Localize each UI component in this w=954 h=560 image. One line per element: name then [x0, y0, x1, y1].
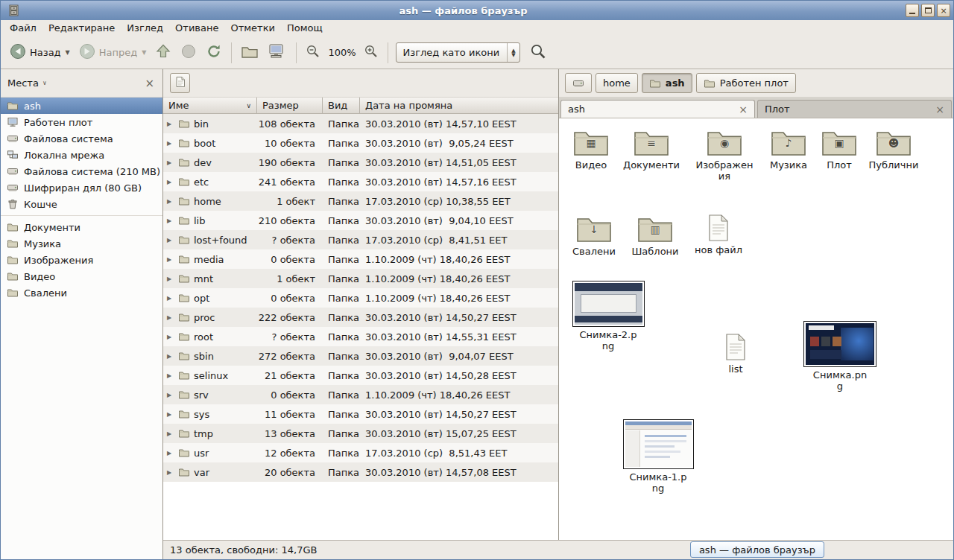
column-header-type[interactable]: Вид	[323, 98, 360, 114]
reload-button[interactable]	[201, 39, 227, 66]
expander-icon[interactable]: ▶	[167, 121, 174, 127]
back-button[interactable]: Назад ▼	[5, 39, 75, 66]
pathbar-button-2[interactable]: ash	[642, 73, 692, 93]
table-row[interactable]: ▶bin108 обектаПапка30.03.2010 (вт) 14,57…	[163, 114, 558, 133]
expander-icon[interactable]: ▶	[167, 314, 174, 321]
table-row[interactable]: ▶media0 обектаПапка1.10.2009 (чт) 18,40,…	[163, 249, 558, 269]
table-row[interactable]: ▶root? обектаПапка30.03.2010 (вт) 14,55,…	[163, 327, 558, 346]
table-row[interactable]: ▶mnt1 обектПапка1.10.2009 (чт) 18,40,26 …	[163, 269, 558, 288]
menubar-item-0[interactable]: Файл	[4, 20, 42, 36]
sidebar-item-3[interactable]: Локална мрежа	[1, 147, 162, 163]
menubar-item-4[interactable]: Отметки	[224, 20, 280, 36]
file-item-newfile[interactable]: нов файл	[686, 214, 751, 255]
table-row[interactable]: ▶sbin272 обектаПапка30.03.2010 (вт) 9,04…	[163, 346, 558, 366]
file-item-documents[interactable]: ≡Документи	[619, 127, 683, 171]
row-name: etc	[194, 176, 209, 188]
expander-icon[interactable]: ▶	[167, 450, 174, 456]
expander-icon[interactable]: ▶	[167, 159, 174, 166]
table-row[interactable]: ▶sys11 обектаПапка30.03.2010 (вт) 14,50,…	[163, 404, 558, 424]
menubar-item-5[interactable]: Помощ	[281, 20, 329, 36]
file-item-pictures[interactable]: ◉Изображения	[692, 127, 756, 182]
expander-icon[interactable]: ▶	[167, 430, 174, 437]
expander-icon[interactable]: ▶	[167, 295, 174, 302]
file-item-templates[interactable]: ▥Шаблони	[623, 214, 687, 257]
tab-0[interactable]: ash×	[560, 100, 755, 118]
cell-name: ▶sbin	[163, 350, 257, 362]
forward-button[interactable]: Напред ▼	[75, 39, 151, 66]
file-item-snimka1[interactable]: Снимка-1.png	[619, 419, 697, 494]
pathbar-button-1[interactable]: home	[596, 73, 638, 93]
up-button[interactable]	[151, 39, 176, 66]
home-button[interactable]	[236, 40, 263, 65]
sidebar-item-11[interactable]: Видео	[1, 268, 162, 284]
column-header-date[interactable]: Дата на промяна	[360, 98, 558, 114]
file-item-snimka[interactable]: Снимка.png	[801, 321, 879, 392]
expander-icon[interactable]: ▶	[167, 237, 174, 244]
sidebar-item-12[interactable]: Свалени	[1, 284, 162, 301]
expander-icon[interactable]: ▶	[167, 372, 174, 379]
file-item-downloads[interactable]: ↓Свалени	[562, 214, 626, 257]
menubar-item-2[interactable]: Изглед	[121, 20, 169, 36]
menubar-item-3[interactable]: Отиване	[169, 20, 224, 36]
sidebar-item-6[interactable]: Кошче	[1, 196, 162, 212]
sidebar-item-10[interactable]: Изображения	[1, 252, 162, 268]
expander-icon[interactable]: ▶	[167, 392, 174, 398]
table-row[interactable]: ▶lost+found? обектаПапка17.03.2010 (ср) …	[163, 230, 558, 249]
pathbar-button-3[interactable]: Работен плот	[696, 73, 796, 93]
computer-button[interactable]	[263, 39, 291, 66]
close-button[interactable]: ×	[937, 4, 950, 17]
table-row[interactable]: ▶boot10 обектаПапка30.03.2010 (вт) 9,05,…	[163, 133, 558, 153]
table-row[interactable]: ▶opt0 обектаПапка1.10.2009 (чт) 18,40,26…	[163, 288, 558, 308]
column-header-size[interactable]: Размер	[257, 98, 323, 114]
expander-icon[interactable]: ▶	[167, 353, 174, 360]
table-row[interactable]: ▶proc222 обектаПапка30.03.2010 (вт) 14,5…	[163, 308, 558, 327]
maximize-button[interactable]	[921, 4, 935, 17]
file-item-video[interactable]: ▦Видео	[559, 127, 623, 171]
file-item-public[interactable]: ☻Публични	[862, 127, 926, 171]
sidebar-item-8[interactable]: Документи	[1, 219, 162, 235]
sidebar-item-0[interactable]: ash	[1, 98, 162, 114]
table-row[interactable]: ▶srv0 обектаПапка1.10.2009 (чт) 18,40,26…	[163, 385, 558, 404]
sidebar-item-5[interactable]: Шифриран дял (80 GB)	[1, 179, 162, 196]
expander-icon[interactable]: ▶	[167, 411, 174, 418]
sidebar-item-9[interactable]: Музика	[1, 235, 162, 252]
sidebar-item-4[interactable]: Файлова система (210 MB)	[1, 163, 162, 179]
close-icon[interactable]: ×	[739, 104, 748, 115]
zoom-in-button[interactable]	[359, 40, 383, 65]
table-row[interactable]: ▶selinux21 обектаПапка30.03.2010 (вт) 14…	[163, 366, 558, 385]
places-selector-button[interactable]: Места ∨	[7, 77, 143, 89]
expander-icon[interactable]: ▶	[167, 256, 174, 263]
taskbar-button[interactable]: ash — файлов браузър	[690, 541, 824, 558]
zoom-out-button[interactable]	[301, 40, 325, 65]
file-item-snimka2[interactable]: Снимка-2.png	[569, 281, 647, 351]
tab-1[interactable]: Плот×	[757, 100, 952, 118]
pathbar-button-0[interactable]	[565, 73, 592, 93]
expander-icon[interactable]: ▶	[167, 140, 174, 147]
expander-icon[interactable]: ▶	[167, 276, 174, 282]
search-button[interactable]	[525, 39, 552, 66]
stop-button[interactable]	[176, 39, 201, 66]
expander-icon[interactable]: ▶	[167, 179, 174, 185]
close-icon[interactable]: ×	[935, 104, 944, 115]
table-row[interactable]: ▶tmp13 обектаПапка30.03.2010 (вт) 15,07,…	[163, 424, 558, 443]
sidebar-separator	[1, 215, 162, 216]
notes-pane-button[interactable]	[170, 73, 190, 93]
column-header-name[interactable]: Име ∨	[163, 98, 257, 114]
sidebar-item-2[interactable]: Файлова система	[1, 130, 162, 147]
expander-icon[interactable]: ▶	[167, 469, 174, 476]
expander-icon[interactable]: ▶	[167, 198, 174, 205]
table-row[interactable]: ▶home1 обектПапка17.03.2010 (ср) 10,38,5…	[163, 191, 558, 211]
expander-icon[interactable]: ▶	[167, 217, 174, 224]
table-row[interactable]: ▶usr12 обектаПапка17.03.2010 (ср) 8,51,4…	[163, 443, 558, 462]
table-row[interactable]: ▶var20 обектаПапка30.03.2010 (вт) 14,57,…	[163, 462, 558, 482]
expander-icon[interactable]: ▶	[167, 334, 174, 340]
sidebar-item-1[interactable]: Работен плот	[1, 114, 162, 130]
minimize-button[interactable]	[906, 4, 919, 17]
table-row[interactable]: ▶etc241 обектаПапка30.03.2010 (вт) 14,57…	[163, 172, 558, 191]
menubar-item-1[interactable]: Редактиране	[42, 20, 121, 36]
file-item-list[interactable]: list	[704, 333, 768, 375]
sidebar-close-button[interactable]: ×	[143, 77, 156, 90]
view-mode-combo[interactable]: Изглед като икони ▲▼	[396, 42, 520, 63]
table-row[interactable]: ▶dev190 обектаПапка30.03.2010 (вт) 14,51…	[163, 153, 558, 172]
table-row[interactable]: ▶lib210 обектаПапка30.03.2010 (вт) 9,04,…	[163, 211, 558, 230]
